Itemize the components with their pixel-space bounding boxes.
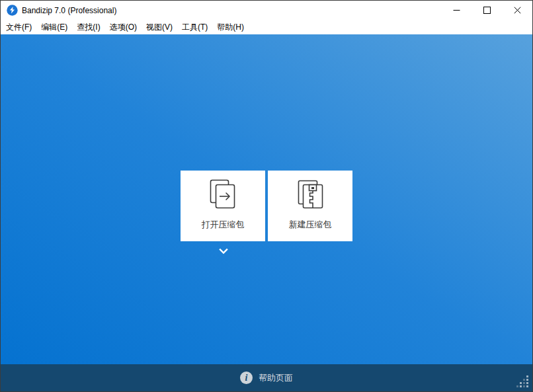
bandizip-window: Bandizip 7.0 (Professional) 文件(F) 编辑(E) … xyxy=(0,0,533,392)
help-page-button[interactable]: i 帮助页面 xyxy=(240,372,293,384)
help-page-label: 帮助页面 xyxy=(259,372,293,384)
info-icon: i xyxy=(240,372,253,384)
maximize-icon xyxy=(483,7,491,14)
minimize-button[interactable] xyxy=(441,1,472,20)
new-archive-icon xyxy=(296,179,324,210)
close-button[interactable] xyxy=(502,1,532,20)
main-area: 打开压缩包 新建压缩包 xyxy=(1,34,532,364)
status-bar: i 帮助页面 xyxy=(1,364,532,391)
new-archive-label: 新建压缩包 xyxy=(289,219,332,231)
bandizip-logo-icon xyxy=(7,5,18,16)
menu-view[interactable]: 视图(V) xyxy=(142,20,177,35)
menu-help[interactable]: 帮助(H) xyxy=(212,20,249,35)
open-archive-icon xyxy=(210,179,236,210)
new-archive-card[interactable]: 新建压缩包 xyxy=(268,171,352,241)
menu-tools[interactable]: 工具(T) xyxy=(177,20,212,35)
close-icon xyxy=(514,7,521,14)
menu-options[interactable]: 选项(O) xyxy=(105,20,142,35)
menu-file[interactable]: 文件(F) xyxy=(1,20,36,35)
minimize-icon xyxy=(453,7,460,14)
menu-find[interactable]: 查找(I) xyxy=(72,20,104,35)
action-cards: 打开压缩包 新建压缩包 xyxy=(181,171,352,241)
title-bar: Bandizip 7.0 (Professional) xyxy=(1,1,532,20)
window-title: Bandizip 7.0 (Professional) xyxy=(22,6,116,15)
chevron-down-icon xyxy=(218,248,229,255)
menu-edit[interactable]: 编辑(E) xyxy=(36,20,72,35)
open-archive-label: 打开压缩包 xyxy=(202,219,245,231)
open-archive-dropdown-expander[interactable] xyxy=(218,246,229,253)
maximize-button[interactable] xyxy=(472,1,502,20)
menu-bar: 文件(F) 编辑(E) 查找(I) 选项(O) 视图(V) 工具(T) 帮助(H… xyxy=(1,20,532,34)
open-archive-card[interactable]: 打开压缩包 xyxy=(181,171,265,241)
resize-grip-icon[interactable] xyxy=(516,375,529,388)
